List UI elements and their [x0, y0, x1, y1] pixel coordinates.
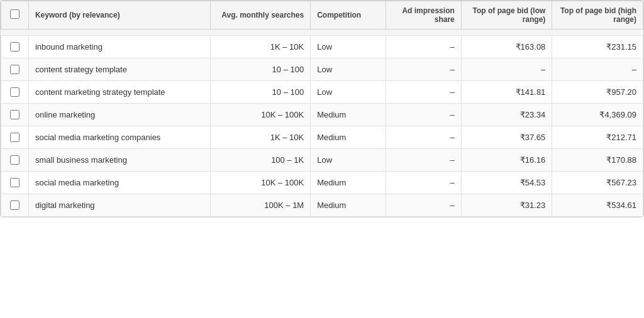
row-bid-low: ₹54.53: [461, 172, 552, 194]
row-keyword: digital marketing: [28, 194, 210, 217]
row-checkbox[interactable]: [10, 87, 19, 97]
table-row: social media marketing companies1K – 10K…: [1, 126, 643, 149]
row-impression: –: [386, 58, 462, 81]
row-keyword: online marketing: [28, 104, 210, 126]
row-checkbox-cell[interactable]: [1, 126, 29, 149]
row-impression: –: [386, 172, 462, 194]
row-bid-high: –: [552, 58, 643, 81]
table-row: online marketing10K – 100KMedium–₹23.34₹…: [1, 104, 643, 126]
table-row: content marketing strategy template10 – …: [1, 81, 643, 104]
header-competition: Competition: [311, 1, 386, 30]
row-searches: 10K – 100K: [210, 104, 310, 126]
row-searches: 10 – 100: [210, 58, 310, 81]
row-checkbox-cell[interactable]: [1, 172, 29, 194]
row-competition: Medium: [311, 104, 386, 126]
row-checkbox-cell[interactable]: [1, 194, 29, 217]
select-all-checkbox[interactable]: [10, 9, 19, 19]
header-searches: Avg. monthly searches: [210, 1, 310, 30]
row-bid-high: ₹567.23: [552, 172, 643, 194]
row-impression: –: [386, 149, 462, 172]
row-impression: –: [386, 126, 462, 149]
table-row: digital marketing100K – 1MMedium–₹31.23₹…: [1, 194, 643, 217]
empty-divider-cell: [1, 30, 643, 36]
table-header-row: Keyword (by relevance) Avg. monthly sear…: [1, 1, 643, 30]
row-competition: Low: [311, 36, 386, 58]
row-checkbox[interactable]: [10, 42, 19, 52]
row-keyword: social media marketing companies: [28, 126, 210, 149]
row-checkbox[interactable]: [10, 65, 19, 74]
row-competition: Low: [311, 149, 386, 172]
row-keyword: small business marketing: [28, 149, 210, 172]
header-bid-low: Top of page bid (low range): [461, 1, 552, 30]
header-checkbox-cell[interactable]: [1, 1, 29, 30]
row-bid-high: ₹534.61: [552, 194, 643, 217]
header-bid-high: Top of page bid (high range): [552, 1, 643, 30]
row-keyword: inbound marketing: [28, 36, 210, 58]
row-impression: –: [386, 81, 462, 104]
table-row: content strategy template10 – 100Low–––: [1, 58, 643, 81]
keyword-table: Keyword (by relevance) Avg. monthly sear…: [1, 1, 643, 217]
row-bid-high: ₹170.88: [552, 149, 643, 172]
row-checkbox[interactable]: [10, 200, 19, 210]
header-competition-label: Competition: [317, 11, 361, 19]
row-bid-low: ₹37.65: [461, 126, 552, 149]
row-bid-high: ₹957.20: [552, 81, 643, 104]
row-checkbox[interactable]: [10, 178, 19, 187]
row-bid-low: ₹141.81: [461, 81, 552, 104]
row-competition: Medium: [311, 194, 386, 217]
row-checkbox[interactable]: [10, 110, 19, 119]
row-checkbox-cell[interactable]: [1, 36, 29, 58]
row-keyword: content strategy template: [28, 58, 210, 81]
row-keyword: social media marketing: [28, 172, 210, 194]
row-impression: –: [386, 194, 462, 217]
row-searches: 100K – 1M: [210, 194, 310, 217]
row-checkbox-cell[interactable]: [1, 104, 29, 126]
row-bid-low: –: [461, 58, 552, 81]
row-searches: 10K – 100K: [210, 172, 310, 194]
row-checkbox-cell[interactable]: [1, 81, 29, 104]
row-competition: Low: [311, 81, 386, 104]
row-checkbox-cell[interactable]: [1, 149, 29, 172]
row-searches: 1K – 10K: [210, 126, 310, 149]
row-searches: 1K – 10K: [210, 36, 310, 58]
row-bid-low: ₹16.16: [461, 149, 552, 172]
header-bid-high-label: Top of page bid (high range): [560, 6, 636, 24]
row-bid-low: ₹163.08: [461, 36, 552, 58]
header-keyword-label: Keyword (by relevance): [35, 11, 120, 19]
row-competition: Medium: [311, 172, 386, 194]
row-checkbox[interactable]: [10, 155, 19, 165]
table-body: inbound marketing1K – 10KLow–₹163.08₹231…: [1, 36, 643, 217]
header-bid-low-label: Top of page bid (low range): [473, 6, 546, 24]
row-impression: –: [386, 104, 462, 126]
header-keyword: Keyword (by relevance): [28, 1, 210, 30]
row-bid-high: ₹4,369.09: [552, 104, 643, 126]
row-bid-high: ₹212.71: [552, 126, 643, 149]
row-bid-low: ₹31.23: [461, 194, 552, 217]
empty-divider-row: [1, 30, 643, 36]
row-bid-low: ₹23.34: [461, 104, 552, 126]
table-row: social media marketing10K – 100KMedium–₹…: [1, 172, 643, 194]
row-keyword: content marketing strategy template: [28, 81, 210, 104]
table-row: inbound marketing1K – 10KLow–₹163.08₹231…: [1, 36, 643, 58]
row-searches: 10 – 100: [210, 81, 310, 104]
row-checkbox[interactable]: [10, 133, 19, 142]
header-searches-label: Avg. monthly searches: [221, 11, 304, 19]
header-impression: Ad impression share: [386, 1, 462, 30]
row-competition: Low: [311, 58, 386, 81]
row-checkbox-cell[interactable]: [1, 58, 29, 81]
row-impression: –: [386, 36, 462, 58]
table-row: small business marketing100 – 1KLow–₹16.…: [1, 149, 643, 172]
row-searches: 100 – 1K: [210, 149, 310, 172]
keyword-table-container: Keyword (by relevance) Avg. monthly sear…: [0, 0, 644, 217]
row-competition: Medium: [311, 126, 386, 149]
row-bid-high: ₹231.15: [552, 36, 643, 58]
header-impression-label: Ad impression share: [402, 6, 454, 24]
